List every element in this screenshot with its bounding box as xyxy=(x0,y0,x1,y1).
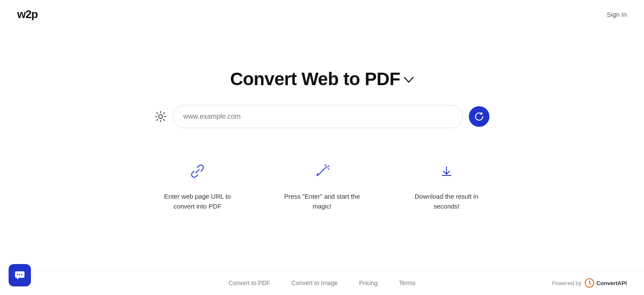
search-row xyxy=(155,105,489,128)
powered-by-label: Powered by xyxy=(552,280,582,286)
gear-icon xyxy=(155,111,167,123)
svg-point-3 xyxy=(324,165,325,166)
svg-point-0 xyxy=(159,115,163,119)
convert-button[interactable] xyxy=(469,106,489,127)
title-row: Convert Web to PDF xyxy=(230,69,414,89)
feature-2-text: Press "Enter" and start the magic! xyxy=(279,192,365,211)
convert-api-icon xyxy=(585,278,594,288)
url-input-wrapper xyxy=(173,105,463,128)
convert-api-logo: ConvertAPI xyxy=(585,278,627,288)
feature-1-text: Enter web page URL to convert into PDF xyxy=(155,192,240,211)
main-content: Convert Web to PDF xyxy=(0,0,644,246)
powered-by: Powered by ConvertAPI xyxy=(552,278,627,288)
url-input[interactable] xyxy=(183,113,456,120)
footer-nav: Convert to PDF Convert to Image Pricing … xyxy=(229,280,416,286)
chat-bubble-button[interactable] xyxy=(9,264,31,286)
sign-in-button[interactable]: Sign In xyxy=(607,11,627,18)
chat-icon xyxy=(14,270,25,281)
svg-point-1 xyxy=(326,166,327,168)
feature-2: Press "Enter" and start the magic! xyxy=(279,158,365,211)
features-section: Enter web page URL to convert into PDF P… xyxy=(155,158,489,211)
footer-link-convert-image[interactable]: Convert to Image xyxy=(292,280,337,286)
footer-link-convert-pdf[interactable]: Convert to PDF xyxy=(229,280,270,286)
feature-3: Download the result in seconds! xyxy=(404,158,489,211)
logo: w2p xyxy=(17,8,38,21)
chevron-down-icon[interactable] xyxy=(404,77,414,83)
svg-point-7 xyxy=(17,274,18,275)
refresh-icon xyxy=(474,111,484,122)
svg-point-8 xyxy=(19,274,21,275)
download-icon xyxy=(434,158,459,184)
svg-point-9 xyxy=(21,274,23,275)
settings-button[interactable] xyxy=(155,111,167,123)
convert-api-label: ConvertAPI xyxy=(596,280,627,286)
magic-icon xyxy=(309,158,335,184)
footer: Convert to PDF Convert to Image Pricing … xyxy=(0,270,644,295)
main-title: Convert Web to PDF xyxy=(230,69,400,89)
feature-3-text: Download the result in seconds! xyxy=(404,192,489,211)
link-icon xyxy=(185,158,210,184)
feature-1: Enter web page URL to convert into PDF xyxy=(155,158,240,211)
footer-link-terms[interactable]: Terms xyxy=(399,280,415,286)
header: w2p Sign In xyxy=(0,0,644,29)
footer-link-pricing[interactable]: Pricing xyxy=(359,280,377,286)
